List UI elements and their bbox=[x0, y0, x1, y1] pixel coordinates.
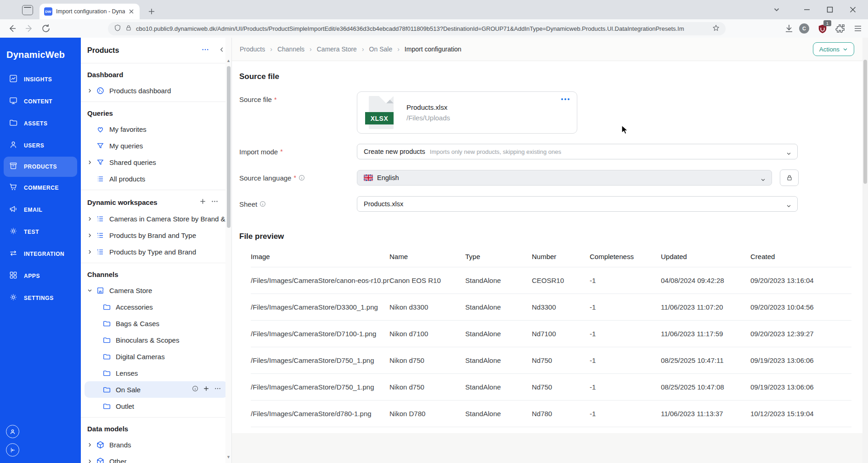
info-icon[interactable] bbox=[299, 175, 305, 181]
panel-item-outlet[interactable]: Outlet bbox=[81, 398, 231, 414]
workspaces-menu-icon[interactable] bbox=[211, 198, 219, 207]
maximize-button[interactable] bbox=[825, 5, 835, 15]
panel-item-on-sale[interactable]: On Sale bbox=[85, 381, 228, 398]
extension-c-icon[interactable]: C bbox=[799, 23, 809, 34]
reload-button[interactable] bbox=[40, 23, 51, 34]
section-title-source-file: Source file bbox=[239, 72, 868, 81]
info-icon[interactable] bbox=[259, 201, 266, 207]
chevron-right-icon[interactable] bbox=[87, 88, 96, 93]
sidebar-item-content[interactable]: CONTENT bbox=[0, 90, 81, 113]
extensions-puzzle-icon[interactable] bbox=[835, 23, 846, 34]
scroll-up-icon[interactable]: ▲ bbox=[226, 59, 231, 63]
box-icon bbox=[9, 161, 18, 172]
table-row: /Files/Images/CameraStore/D750_1.pngNiko… bbox=[251, 374, 851, 401]
panel-item-bags-cases[interactable]: Bags & Cases bbox=[81, 315, 231, 332]
sidebar-item-products[interactable]: PRODUCTS bbox=[4, 157, 77, 177]
panel-item-workspace-2[interactable]: Products by Brand and Type bbox=[81, 227, 231, 243]
sidebar-item-apps[interactable]: APPS bbox=[0, 265, 81, 287]
chevron-right-icon[interactable] bbox=[87, 442, 96, 447]
chevron-down-icon bbox=[786, 202, 791, 210]
panel-item-shared-queries[interactable]: Shared queries bbox=[81, 154, 231, 170]
lock-button[interactable] bbox=[780, 169, 799, 186]
panel-collapse-icon[interactable] bbox=[219, 46, 225, 55]
collapse-sidebar-icon[interactable] bbox=[6, 443, 19, 457]
url-bar[interactable]: cbo10.public9.dynamicweb.dk/Admin/UI/Pro… bbox=[108, 22, 726, 35]
panel-item-all-products[interactable]: All products bbox=[81, 170, 231, 187]
sidebar-item-insights[interactable]: INSIGHTS bbox=[0, 68, 81, 90]
page-scrollbar[interactable] bbox=[862, 38, 868, 463]
folder-icon bbox=[102, 352, 111, 361]
sidebar-item-users[interactable]: USERS bbox=[0, 135, 81, 157]
sidebar-item-settings[interactable]: SETTINGS bbox=[0, 287, 81, 309]
lock-icon[interactable] bbox=[125, 24, 132, 34]
panel-menu-icon[interactable] bbox=[201, 45, 209, 56]
source-file-card[interactable]: XLSX Products.xlsx /Files/Uploads bbox=[357, 91, 577, 134]
tab-search-icon[interactable] bbox=[22, 5, 33, 15]
actions-button[interactable]: Actions bbox=[813, 42, 854, 56]
panel-item-products-dashboard[interactable]: Products dashboard bbox=[81, 82, 231, 99]
forward-button[interactable] bbox=[24, 23, 35, 34]
info-icon[interactable] bbox=[192, 385, 198, 394]
tab-close-icon[interactable] bbox=[128, 8, 135, 15]
chevron-right-icon[interactable] bbox=[87, 216, 96, 221]
panel-item-brands[interactable]: Brands bbox=[81, 436, 231, 453]
panel-item-my-favorites[interactable]: My favorites bbox=[81, 121, 231, 137]
file-menu-icon[interactable] bbox=[561, 98, 569, 100]
panel-item-my-queries[interactable]: My queries bbox=[81, 137, 231, 154]
chevron-right-icon[interactable] bbox=[87, 459, 96, 463]
add-icon[interactable] bbox=[203, 385, 209, 394]
breadcrumb: Products › Channels › Camera Store › On … bbox=[232, 38, 868, 61]
panel-item-other[interactable]: Other bbox=[81, 453, 231, 463]
chevron-down-icon bbox=[761, 176, 766, 184]
table-row: /Files/Images/CameraStore/D3300_1.pngNik… bbox=[251, 294, 851, 321]
chevron-right-icon[interactable] bbox=[87, 160, 96, 165]
section-data-models: Data models Brands Other bbox=[81, 418, 231, 463]
sidebar-item-email[interactable]: EMAIL bbox=[0, 199, 81, 221]
user-avatar-icon[interactable] bbox=[6, 425, 19, 438]
tab-list-chevron-icon[interactable] bbox=[772, 6, 781, 16]
import-mode-select[interactable]: Create new products Imports only new pro… bbox=[357, 144, 798, 159]
breadcrumb-products[interactable]: Products bbox=[240, 45, 265, 53]
breadcrumb-channels[interactable]: Channels bbox=[277, 45, 304, 53]
sheet-select[interactable]: Products.xlsx bbox=[357, 196, 798, 212]
source-language-select[interactable]: English bbox=[357, 170, 772, 186]
panel-item-digital-cameras[interactable]: Digital Cameras bbox=[81, 348, 231, 365]
sidebar-item-assets[interactable]: ASSETS bbox=[0, 113, 81, 135]
download-icon[interactable] bbox=[783, 23, 795, 34]
browser-menu-icon[interactable] bbox=[852, 23, 863, 34]
arrows-swap-icon bbox=[9, 248, 18, 260]
panel-item-accessories[interactable]: Accessories bbox=[81, 299, 231, 315]
back-button[interactable] bbox=[6, 23, 17, 34]
chevron-down-icon[interactable] bbox=[87, 288, 96, 293]
panel-item-workspace-1[interactable]: Cameras in Camera Store by Brand & Le bbox=[81, 210, 231, 227]
new-tab-button[interactable] bbox=[146, 6, 157, 17]
chevron-right-icon[interactable] bbox=[87, 233, 96, 238]
sidebar-item-commerce[interactable]: COMMERCE bbox=[0, 177, 81, 199]
sidebar-item-integration[interactable]: INTEGRATION bbox=[0, 243, 81, 265]
panel-item-camera-store[interactable]: Camera Store bbox=[81, 282, 231, 299]
item-menu-icon[interactable] bbox=[214, 385, 221, 394]
bookmark-star-icon[interactable] bbox=[712, 24, 720, 34]
minimize-button[interactable] bbox=[802, 5, 812, 15]
add-workspace-icon[interactable] bbox=[199, 198, 206, 206]
panel-scrollbar[interactable]: ▲ ▼ bbox=[225, 38, 231, 463]
panel-item-workspace-3[interactable]: Products by Type and Brand bbox=[81, 243, 231, 260]
panel-item-lenses[interactable]: Lenses bbox=[81, 365, 231, 381]
close-window-button[interactable] bbox=[848, 5, 858, 15]
scroll-down-icon[interactable]: ▼ bbox=[226, 455, 231, 459]
breadcrumb-camera-store[interactable]: Camera Store bbox=[317, 45, 357, 53]
chevron-right-icon[interactable] bbox=[87, 249, 96, 254]
funnel-icon bbox=[96, 141, 105, 150]
section-heading-dynamic-workspaces: Dynamic workspaces bbox=[81, 195, 231, 210]
url-text: cbo10.public9.dynamicweb.dk/Admin/UI/Pro… bbox=[136, 25, 708, 32]
section-heading-data-models: Data models bbox=[81, 422, 231, 436]
sidebar-item-test[interactable]: TEST bbox=[0, 221, 81, 243]
col-created: Created bbox=[750, 246, 851, 267]
funnel-icon bbox=[96, 158, 105, 167]
panel-item-binoculars-scopes[interactable]: Binoculars & Scopes bbox=[81, 332, 231, 348]
browser-window: DW Import configuration - Dynamic bbox=[0, 0, 868, 463]
folder-icon bbox=[102, 402, 111, 411]
tracking-shield-icon[interactable] bbox=[113, 24, 122, 34]
breadcrumb-on-sale[interactable]: On Sale bbox=[369, 45, 393, 53]
browser-tab[interactable]: DW Import configuration - Dynamic bbox=[39, 4, 140, 19]
